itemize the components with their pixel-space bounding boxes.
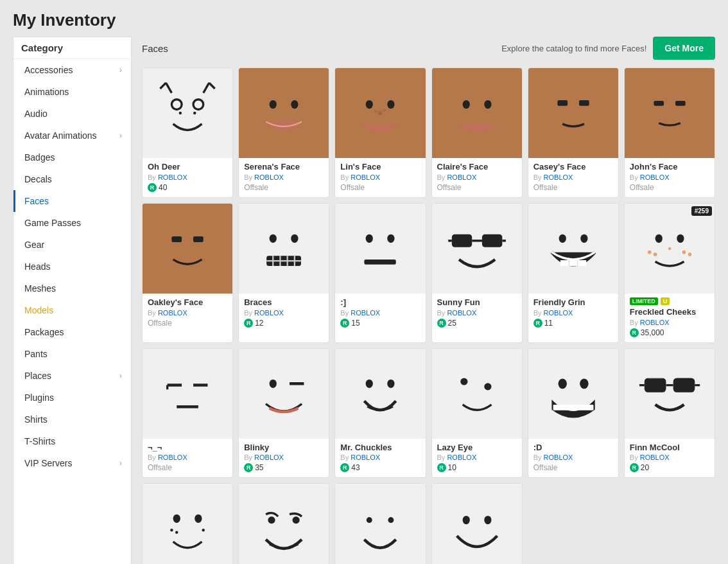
sidebar-item-game-passes[interactable]: Game Passes — [13, 212, 131, 234]
item-card-caseys-face[interactable]: Casey's Face By ROBLOX Offsale — [528, 67, 619, 198]
item-card-friendly-grin[interactable]: Friendly Grin By ROBLOX R 11 — [528, 203, 619, 343]
item-name: Serena's Face — [244, 162, 324, 172]
item-card-lins-face[interactable]: Lin's Face By ROBLOX Offsale — [334, 67, 426, 198]
limited-badge: LIMITED — [630, 297, 658, 305]
badge-row: LIMITED U — [630, 297, 709, 305]
item-by: By ROBLOX — [340, 309, 420, 317]
svg-point-82 — [484, 516, 491, 524]
item-card-chill[interactable]: Chill By ROBLOX Free — [334, 483, 426, 564]
item-card-mr-chuckles[interactable]: Mr. Chuckles By ROBLOX R 43 — [334, 348, 426, 479]
item-card-blinky[interactable]: Blinky By ROBLOX R 35 — [238, 348, 329, 479]
sidebar-label: Places — [24, 371, 51, 381]
item-card-claires-face[interactable]: Claire's Face By ROBLOX Offsale — [431, 67, 523, 198]
item-card-oakleys-face[interactable]: Oakley's Face By ROBLOX Offsale — [142, 203, 233, 343]
sidebar-label: Pants — [24, 349, 48, 359]
sidebar: Category Accessories › Animations Audio … — [13, 37, 132, 564]
item-name: Claire's Face — [437, 162, 517, 172]
sidebar-label: Gear — [24, 240, 44, 250]
robux-icon: R — [244, 463, 253, 472]
item-by: By ROBLOX — [533, 309, 613, 317]
sidebar-label: T-Shirts — [24, 436, 55, 446]
svg-rect-43 — [560, 260, 569, 266]
sidebar-item-faces[interactable]: Faces — [13, 190, 131, 212]
robux-icon: R — [148, 183, 157, 192]
sidebar-item-heads[interactable]: Heads — [13, 256, 131, 278]
item-name: Freckled Cheeks — [630, 307, 709, 317]
item-name: :] — [340, 297, 420, 308]
sidebar-item-pants[interactable]: Pants — [13, 343, 131, 365]
item-info: Oakley's Face By ROBLOX Offsale — [143, 294, 232, 333]
svg-point-61 — [460, 378, 467, 385]
item-card-smile[interactable]: :] By ROBLOX R 15 — [334, 203, 426, 343]
sidebar-item-decals[interactable]: Decals — [13, 168, 131, 190]
item-name: Braces — [244, 297, 324, 308]
item-card-finn-mccool[interactable]: Finn McCool By ROBLOX R 20 — [624, 348, 715, 479]
item-by: By ROBLOX — [340, 173, 420, 181]
item-name: Friendly Grin — [533, 297, 613, 308]
item-card-johns-face[interactable]: John's Face By ROBLOX Offsale — [624, 67, 715, 198]
item-price: Offsale — [437, 183, 517, 192]
svg-line-1 — [160, 83, 166, 89]
item-name: Casey's Face — [533, 162, 613, 172]
svg-point-42 — [580, 234, 587, 242]
sidebar-item-shirts[interactable]: Shirts — [13, 409, 131, 430]
sidebar-item-badges[interactable]: Badges — [13, 146, 131, 168]
item-image — [335, 68, 425, 158]
item-card-oh-deer[interactable]: Oh Deer By ROBLOX R 40 — [142, 67, 233, 198]
item-card-silly-fun[interactable]: Silly Fun By ROBLOX Free — [431, 483, 523, 564]
sidebar-label: Heads — [24, 261, 50, 272]
item-card-braces[interactable]: Braces By ROBLOX R 12 — [238, 203, 329, 343]
item-price: R 35 — [244, 463, 324, 472]
item-image — [528, 68, 618, 158]
sidebar-item-audio[interactable]: Audio — [13, 103, 131, 125]
sidebar-item-places[interactable]: Places › — [13, 365, 131, 387]
item-image — [432, 484, 522, 564]
sidebar-item-packages[interactable]: Packages — [13, 321, 131, 343]
chevron-right-icon: › — [119, 66, 122, 75]
svg-rect-44 — [569, 260, 577, 266]
item-by: By ROBLOX — [148, 173, 227, 181]
item-card-check-it[interactable]: Check It By ROBLOX Free — [238, 483, 329, 564]
item-card-freckles[interactable]: Freckles By ROBLOX R 10 — [142, 483, 233, 564]
content-header: Faces Explore the catalog to find more F… — [142, 37, 715, 60]
svg-point-63 — [558, 378, 566, 389]
item-card-lazy-eye[interactable]: Lazy Eye By ROBLOX R 10 — [431, 348, 523, 479]
item-image — [335, 349, 425, 439]
svg-point-73 — [195, 515, 202, 523]
item-by: By ROBLOX — [340, 454, 420, 461]
sidebar-item-vip-servers[interactable]: VIP Servers › — [13, 452, 131, 474]
item-info: ¬_¬ By ROBLOX Offsale — [143, 439, 232, 478]
items-grid: Oh Deer By ROBLOX R 40 — [142, 67, 715, 564]
svg-point-14 — [378, 111, 383, 116]
svg-point-81 — [462, 516, 469, 524]
item-card-big-smile[interactable]: :D By ROBLOX Offsale — [528, 348, 619, 479]
svg-rect-24 — [193, 236, 204, 242]
item-card-sunny-fun[interactable]: Sunny Fun By ROBLOX R 25 — [431, 203, 523, 343]
item-info: Lazy Eye By ROBLOX R 10 — [432, 439, 522, 478]
sidebar-item-gear[interactable]: Gear — [13, 234, 131, 256]
item-info: LIMITED U Freckled Cheeks By ROBLOX R 35… — [625, 294, 715, 342]
get-more-button[interactable]: Get More — [653, 37, 715, 60]
item-image — [239, 484, 329, 564]
sidebar-label: Audio — [24, 109, 48, 119]
item-by: By ROBLOX — [148, 309, 227, 317]
svg-line-4 — [209, 83, 215, 89]
item-card-unamused[interactable]: ¬_¬ By ROBLOX Offsale — [142, 348, 233, 479]
svg-point-13 — [388, 100, 395, 109]
sidebar-item-meshes[interactable]: Meshes — [13, 278, 131, 299]
item-card-freckled-cheeks[interactable]: #259 — [624, 203, 715, 343]
sidebar-item-accessories[interactable]: Accessories › — [13, 59, 131, 81]
svg-rect-20 — [579, 100, 589, 106]
sidebar-item-animations[interactable]: Animations — [13, 81, 131, 103]
item-name: Sunny Fun — [437, 297, 517, 308]
item-price: Offsale — [244, 183, 324, 192]
sidebar-item-plugins[interactable]: Plugins — [13, 387, 131, 409]
sidebar-item-models[interactable]: Models — [13, 299, 131, 321]
section-title: Faces — [142, 43, 168, 54]
item-card-serenas-face[interactable]: Serena's Face By ROBLOX Offsale — [238, 67, 329, 198]
item-info: :D By ROBLOX Offsale — [528, 439, 618, 478]
svg-point-41 — [559, 234, 566, 242]
svg-point-7 — [193, 100, 204, 110]
sidebar-item-tshirts[interactable]: T-Shirts — [13, 430, 131, 452]
sidebar-item-avatar-animations[interactable]: Avatar Animations › — [13, 125, 131, 146]
